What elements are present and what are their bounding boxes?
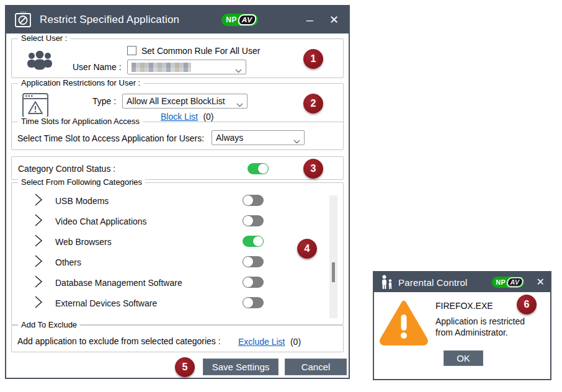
window-title: Restrict Specified Application — [40, 14, 179, 26]
users-icon — [25, 49, 54, 74]
restrict-application-window: Restrict Specified Application NP AV – ✕… — [5, 5, 350, 379]
user-name-label: User Name : — [73, 62, 122, 72]
chevron-down-icon — [235, 65, 242, 75]
category-row: USB Modems — [12, 190, 324, 211]
category-row: Database Management Software — [12, 272, 324, 293]
time-slots-legend: Time Slots for Application Access — [18, 117, 143, 126]
type-select[interactable]: Allow All Except BlockList — [122, 94, 248, 109]
parental-control-popup: Parental Control NP AV ✕ FIREFOX.EXE App… — [373, 271, 551, 380]
main-titlebar: Restrict Specified Application NP AV – ✕ — [6, 6, 349, 33]
expand-chevron-icon[interactable] — [34, 213, 44, 229]
expand-chevron-icon[interactable] — [34, 193, 44, 209]
select-user-legend: Select User : — [18, 33, 70, 43]
expand-chevron-icon[interactable] — [34, 254, 44, 270]
npav-np: NP — [226, 16, 237, 24]
category-control-toggle[interactable] — [248, 163, 269, 174]
exclude-list-link[interactable]: Exclude List — [238, 337, 285, 347]
step-badge-5: 5 — [175, 357, 195, 377]
time-slot-value: Always — [216, 133, 243, 143]
restriction-message: Application is restricted from Administr… — [435, 316, 540, 338]
category-row: Web Browsers — [12, 231, 324, 252]
chevron-down-icon — [236, 99, 243, 109]
category-label: External Devices Software — [55, 298, 157, 308]
category-control-label: Category Control Status : — [18, 164, 115, 174]
npav-av: AV — [237, 14, 257, 25]
category-label: Database Management Software — [55, 278, 182, 288]
step-badge-3: 3 — [303, 159, 323, 179]
popup-title: Parental Control — [398, 277, 468, 288]
category-list: USB ModemsVideo Chat ApplicationsWeb Bro… — [12, 190, 324, 313]
time-slots-group: Time Slots for Application Access Select… — [11, 122, 344, 150]
type-value: Allow All Except BlockList — [127, 96, 225, 106]
exclude-label: Add application to exclude from selected… — [17, 336, 221, 346]
category-label: Video Chat Applications — [55, 216, 147, 226]
category-row: Others — [12, 252, 324, 272]
select-user-group: Select User : Set Common Rule For All Us… — [11, 38, 344, 78]
add-to-exclude-group: Add To Exclude Add application to exclud… — [11, 325, 344, 352]
add-to-exclude-legend: Add To Exclude — [18, 320, 80, 329]
category-toggle[interactable] — [243, 215, 264, 226]
popup-titlebar: Parental Control NP AV ✕ — [374, 272, 550, 292]
time-slot-select[interactable]: Always — [212, 130, 305, 145]
chevron-down-icon — [293, 136, 300, 146]
category-label: Others — [55, 257, 81, 267]
npav-av: AV — [506, 277, 524, 287]
categories-group: Select From Following Categories USB Mod… — [11, 182, 344, 325]
block-list-link[interactable]: Block List — [161, 112, 198, 122]
exclude-list-count: (0) — [290, 337, 301, 347]
category-toggle[interactable] — [243, 297, 264, 308]
step-badge-1: 1 — [303, 49, 323, 69]
blocked-app-name: FIREFOX.EXE — [435, 301, 493, 311]
common-rule-label: Set Common Rule For All User — [141, 46, 260, 56]
app-restrictions-legend: Application Restrictions for User : — [18, 78, 143, 87]
npav-logo: NP AV — [221, 14, 257, 26]
scrollbar-thumb[interactable] — [332, 262, 335, 282]
step-badge-2: 2 — [303, 94, 323, 114]
save-settings-button[interactable]: Save Settings — [203, 359, 279, 375]
time-slot-label: Select Time Slot to Access Application f… — [17, 133, 204, 143]
category-toggle[interactable] — [243, 195, 264, 206]
category-toggle[interactable] — [243, 256, 264, 267]
warning-icon — [379, 300, 429, 348]
minimize-button[interactable]: – — [306, 14, 313, 26]
user-name-select[interactable] — [127, 60, 246, 74]
npav-logo: NP AV — [492, 277, 525, 288]
step-badge-4: 4 — [297, 239, 317, 259]
category-row: Video Chat Applications — [12, 211, 324, 231]
block-list-count: (0) — [203, 112, 213, 122]
ok-button[interactable]: OK — [444, 350, 483, 366]
type-label: Type : — [92, 96, 116, 106]
parental-icon — [380, 275, 393, 290]
category-label: Web Browsers — [55, 237, 112, 247]
step-badge-6: 6 — [517, 295, 537, 314]
popup-close-button[interactable]: ✕ — [537, 277, 545, 287]
block-app-icon — [14, 11, 32, 29]
category-toggle[interactable] — [243, 236, 264, 247]
cancel-button[interactable]: Cancel — [285, 359, 347, 375]
common-rule-checkbox[interactable] — [127, 46, 136, 55]
category-scrollbar[interactable] — [329, 195, 337, 318]
category-row: External Devices Software — [12, 293, 324, 313]
expand-chevron-icon[interactable] — [34, 234, 44, 250]
user-name-value-redacted — [132, 63, 191, 72]
npav-np: NP — [496, 278, 506, 287]
category-control-group: Category Control Status : 3 — [11, 156, 344, 180]
expand-chevron-icon[interactable] — [34, 295, 44, 311]
categories-legend: Select From Following Categories — [18, 177, 145, 187]
close-button[interactable]: ✕ — [329, 14, 339, 25]
category-label: USB Modems — [55, 196, 109, 206]
category-toggle[interactable] — [243, 277, 264, 288]
expand-chevron-icon[interactable] — [34, 275, 44, 291]
